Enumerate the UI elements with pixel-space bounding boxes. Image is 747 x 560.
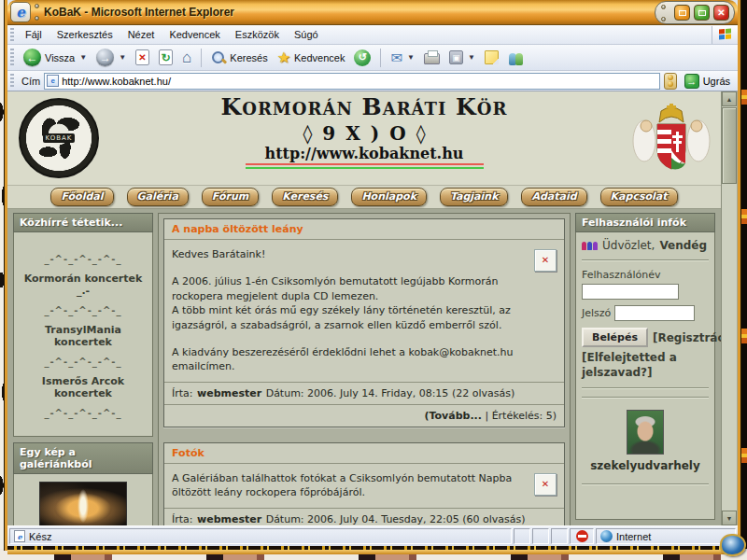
menu-bar: Fájl Szerkesztés Nézet Kedvencek Eszközö… <box>7 25 738 45</box>
article-reads: (60 olvasás) <box>462 513 525 525</box>
menu-help[interactable]: Súgó <box>287 27 326 42</box>
announce-box: _-^-_-^-_-^-_ Kormorán koncertek _.- _-^… <box>13 232 153 437</box>
nav-forum[interactable]: Fórum <box>202 188 259 206</box>
divider <box>582 259 709 261</box>
back-dropdown-icon[interactable]: ▼ <box>79 53 87 62</box>
discuss-button[interactable] <box>481 49 502 66</box>
menu-edit[interactable]: Szerkesztés <box>49 27 120 42</box>
discuss-note-icon <box>485 50 499 64</box>
titlebar[interactable]: e KoBaK - Microsoft Internet Explorer ✕ <box>7 0 738 25</box>
right-sidebar: Felhasználói infók Üdvözlet, Vendég Felh… <box>575 213 715 525</box>
forward-button[interactable]: → ▼ <box>92 47 130 68</box>
window-controls: ✕ <box>655 1 735 24</box>
nav-members[interactable]: Tagjaink <box>440 188 509 206</box>
article-title[interactable]: Fotók <box>164 443 564 464</box>
browser-window: e KoBaK - Microsoft Internet Explorer ✕ … <box>5 0 740 551</box>
article-byline: Írta: webmester Dátum: 2006. July 04. Tu… <box>164 508 564 525</box>
greeting-text: Üdvözlet, <box>602 239 655 252</box>
vertical-scrollbar[interactable]: ▲ ▼ <box>721 91 737 525</box>
divider <box>582 397 709 399</box>
nav-gallery[interactable]: Galéria <box>127 188 189 206</box>
nav-home[interactable]: Főoldal <box>50 188 113 206</box>
home-button[interactable]: ⌂ <box>178 48 195 67</box>
scrollbar-thumb[interactable] <box>722 107 737 184</box>
divider <box>582 483 709 485</box>
status-pane <box>551 528 568 544</box>
nav-contact[interactable]: Kapcsolat <box>600 188 678 206</box>
refresh-icon: ↻ <box>159 49 173 65</box>
nav-profile[interactable]: Adataid <box>521 188 586 206</box>
article-text: A kiadvány beszerezéséről érdeklődni leh… <box>172 345 523 374</box>
announce-link-ismeros-arcok[interactable]: Ismerős Arcok koncertek <box>18 375 148 399</box>
toolbar-separator <box>380 49 381 67</box>
article-author: webmester <box>197 513 261 525</box>
edit-icon: ▣ <box>449 50 463 64</box>
gallery-photo[interactable] <box>39 482 127 525</box>
site-nav: Főoldal Galéria Fórum Keresés Honlapok T… <box>7 185 721 209</box>
favorites-button[interactable]: ★ Kedvencek <box>274 49 349 67</box>
edit-button[interactable]: ▣ ▼ <box>445 49 479 66</box>
nav-search[interactable]: Keresés <box>272 188 338 206</box>
guest-name: Vendég <box>659 239 707 252</box>
menu-file[interactable]: Fájl <box>18 27 49 42</box>
username-field[interactable] <box>582 284 679 300</box>
register-link[interactable]: [Regisztráció] <box>653 331 721 344</box>
nav-links[interactable]: Honlapok <box>351 188 427 206</box>
member-avatar[interactable] <box>627 410 664 455</box>
refresh-button[interactable]: ↻ <box>155 48 176 67</box>
mail-dropdown-icon[interactable]: ▼ <box>407 53 415 62</box>
login-button[interactable]: Belépés <box>582 328 648 347</box>
forward-icon: → <box>96 49 114 66</box>
article: Fotók ✕ A Galériában találhattok fotókat… <box>163 442 565 525</box>
status-page-icon: e <box>14 530 25 542</box>
gallery-box <box>13 474 153 525</box>
print-button[interactable] <box>420 49 444 66</box>
ie-e-glyph: e <box>16 6 25 20</box>
menu-view[interactable]: Nézet <box>120 27 162 42</box>
toolbar: ← Vissza ▼ → ▼ ✕ ↻ ⌂ Keresés ★ Kedvencek… <box>7 45 738 71</box>
article-title[interactable]: A napba öltözött leány <box>164 219 564 240</box>
back-button[interactable]: ← Vissza ▼ <box>20 47 91 68</box>
main-column: A napba öltözött leány ✕ Kedves Barátain… <box>158 213 571 525</box>
article-text: A több mint két órás mű egy székely lány… <box>172 303 523 332</box>
toolbar-grip <box>10 74 14 88</box>
search-button[interactable]: Keresés <box>207 49 271 67</box>
announce-link-transylmania[interactable]: TransylMania koncertek <box>18 324 148 348</box>
minimize-button[interactable] <box>674 5 690 21</box>
left-sidebar: Közhírré tétetik... _-^-_-^-_-^-_ Kormor… <box>13 213 153 525</box>
home-icon: ⌂ <box>182 49 191 65</box>
address-input[interactable] <box>62 76 656 87</box>
desktop: e KoBaK - Microsoft Internet Explorer ✕ … <box>0 0 747 560</box>
restore-button[interactable] <box>694 5 710 21</box>
close-button[interactable]: ✕ <box>713 5 729 21</box>
announce-link-kormoran[interactable]: Kormorán koncertek _.- <box>18 273 148 297</box>
menu-tools[interactable]: Eszközök <box>228 27 287 42</box>
read-more-link[interactable]: (Tovább... <box>424 410 482 422</box>
forgot-password-link[interactable]: [Elfelejtetted a jelszavad?] <box>582 351 709 380</box>
article-text: Kedves Barátaink! <box>172 247 523 261</box>
windows-logo-icon <box>712 26 738 44</box>
userinfo-header: Felhasználói infók <box>575 213 715 232</box>
go-button[interactable]: → Ugrás <box>681 74 734 89</box>
forward-dropdown-icon[interactable]: ▼ <box>119 53 126 62</box>
article-footer: (Tovább... | Értékelés: 5) <box>164 404 564 427</box>
article-date: 2006. July 14. Friday, 08:15 <box>307 387 448 399</box>
blocked-icon <box>576 530 588 542</box>
go-label: Ugrás <box>703 76 730 87</box>
member-name[interactable]: szekelyudvarhely <box>582 459 709 476</box>
address-dropdown-icon[interactable] <box>664 73 677 90</box>
back-label: Vissza <box>45 52 75 63</box>
password-field[interactable] <box>614 305 695 321</box>
decor-separator: _-^-_-^-_-^-_ <box>18 254 148 264</box>
article-author: webmester <box>197 387 261 399</box>
scroll-down-button[interactable]: ▼ <box>722 511 737 525</box>
status-pane <box>532 528 549 544</box>
messenger-button[interactable] <box>504 49 529 67</box>
mail-button[interactable]: ✉ ▼ <box>387 49 418 66</box>
scroll-up-button[interactable]: ▲ <box>722 91 737 106</box>
menu-favorites[interactable]: Kedvencek <box>162 27 227 42</box>
site-url[interactable]: http://www.kobaknet.hu <box>166 146 562 162</box>
edit-dropdown-icon[interactable]: ▼ <box>468 53 475 62</box>
history-button[interactable]: ↺ <box>350 48 374 68</box>
stop-button[interactable]: ✕ <box>132 48 153 67</box>
